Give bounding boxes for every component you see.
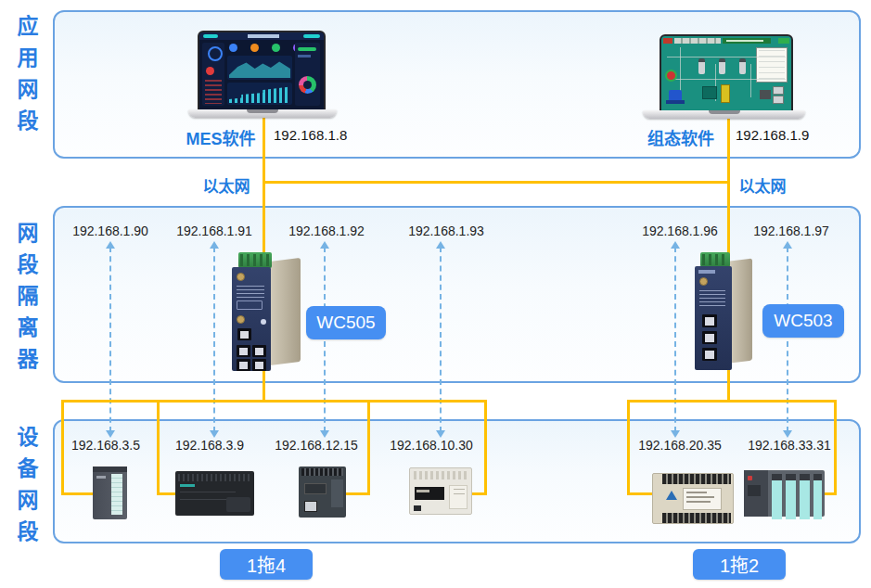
ethernet-label-left: 以太网 (203, 173, 250, 197)
drop-right-2-v (834, 400, 837, 495)
wc503-model-badge: WC503 (762, 304, 844, 338)
mapping-arrow-5 (671, 247, 680, 432)
isolator-ip-5: 192.168.1.96 (642, 224, 718, 238)
mapping-arrow-4 (436, 247, 445, 432)
device-bus-left (61, 400, 487, 403)
wc503-device-image (693, 252, 754, 373)
drop-left-3-v (367, 400, 370, 495)
isolator-ip-4: 192.168.1.93 (408, 224, 484, 238)
drop-left-4-v (484, 400, 487, 495)
mapping-arrow-1 (106, 247, 115, 432)
drop-right-1-v (627, 400, 630, 495)
isolator-ip-3: 192.168.1.92 (288, 224, 365, 238)
device-ip-6: 192.168.33.31 (748, 438, 831, 453)
siemens-s7-300-plc-image (93, 467, 127, 519)
mapping-arrow-3 (320, 247, 329, 432)
mes-software-label: MES软件 (186, 125, 255, 149)
drop-left-2-v (157, 400, 160, 495)
device-ip-4: 192.168.10.30 (390, 438, 473, 453)
application-segment-title: 应用网段 (15, 15, 36, 141)
network-topology-diagram: 应用网段 网段隔离器 设备网段 192.168.1.90 192.168.1.9… (0, 0, 871, 588)
scada-software-label: 组态软件 (647, 125, 714, 149)
mapping-arrow-6 (783, 247, 792, 432)
group-left-badge: 1拖4 (220, 549, 313, 580)
siemens-s7-200-plc-image (175, 471, 254, 516)
device-ip-1: 192.168.3.5 (71, 438, 140, 453)
mitsubishi-q-series-plc-image (744, 470, 825, 517)
mes-laptop-image (188, 28, 337, 121)
isolator-ip-6: 192.168.1.97 (753, 224, 829, 238)
mitsubishi-fx-plc-image (409, 467, 472, 515)
isolator-segment-title: 网段隔离器 (15, 222, 36, 379)
ethernet-line-bridge (263, 181, 730, 184)
device-segment-title: 设备网段 (15, 426, 36, 552)
scada-laptop-image (643, 32, 805, 121)
isolator-ip-2: 192.168.1.91 (176, 224, 252, 238)
ethernet-label-right: 以太网 (739, 173, 787, 197)
device-ip-2: 192.168.3.9 (175, 438, 244, 453)
wc505-device-image (229, 252, 303, 373)
drop-left-1-v (61, 400, 64, 495)
compact-plc-image (299, 467, 346, 518)
scada-ip-label: 192.168.1.9 (736, 127, 809, 143)
mapping-arrow-2 (210, 247, 219, 432)
delta-plc-image (652, 473, 734, 524)
drop-left-1-h (61, 492, 96, 495)
device-ip-5: 192.168.20.35 (638, 438, 722, 453)
device-bus-right (627, 400, 837, 403)
mes-ip-label: 192.168.1.8 (274, 127, 347, 143)
device-ip-3: 192.168.12.15 (275, 438, 358, 453)
isolator-ip-1: 192.168.1.90 (72, 224, 148, 238)
group-right-badge: 1拖2 (693, 549, 786, 580)
wc505-model-badge: WC505 (306, 306, 386, 339)
